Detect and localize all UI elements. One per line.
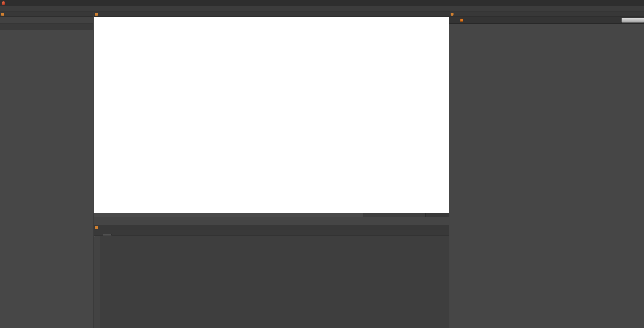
render-progress <box>94 213 364 217</box>
render-viewport-canvas[interactable] <box>94 17 449 213</box>
app-logo-icon <box>2 1 6 5</box>
nodegraph-toolbar <box>94 236 100 328</box>
status-spacer <box>426 213 449 217</box>
panel-icon <box>95 226 98 229</box>
node-inspector-header <box>450 12 644 17</box>
node-connections <box>94 236 449 328</box>
nodegraph-tabs <box>94 230 449 236</box>
menu-bar <box>0 6 644 12</box>
panel-icon <box>451 13 454 16</box>
nodegraph-canvas[interactable] <box>94 236 449 328</box>
panel-icon <box>1 13 4 16</box>
outliner-tabs <box>0 24 93 30</box>
title-bar[interactable] <box>0 0 644 6</box>
inspector-subheader <box>450 17 644 24</box>
render-viewport-toolbar <box>94 217 449 225</box>
nodegraph-header <box>94 225 449 230</box>
scene-outliner-header <box>0 12 93 17</box>
panel-icon <box>95 13 98 16</box>
nodegraph-tab-scene[interactable] <box>103 234 112 236</box>
node-inspector-panel <box>450 17 644 328</box>
inspector-rows <box>450 24 644 328</box>
render-stats <box>364 213 426 217</box>
nodegraph-minimap[interactable] <box>94 236 94 237</box>
outliner-toolbar <box>0 17 93 24</box>
render-status-bar <box>94 213 449 217</box>
outliner-tree <box>0 31 93 328</box>
render-target-icon <box>460 19 463 22</box>
render-viewport-header <box>94 12 449 17</box>
scene-outliner-panel <box>0 17 93 328</box>
node-type-button[interactable] <box>622 18 644 23</box>
octane-app-window <box>0 0 644 328</box>
render-image <box>94 17 449 213</box>
